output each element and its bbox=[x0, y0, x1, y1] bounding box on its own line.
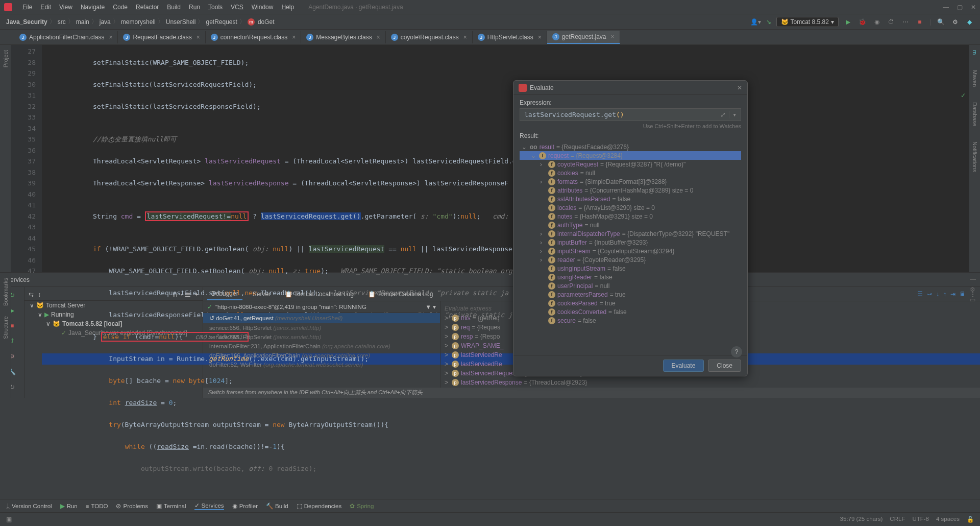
tab-server[interactable]: Server bbox=[249, 289, 275, 300]
build-tool[interactable]: 🔨 Build bbox=[266, 503, 288, 510]
notifications-tool[interactable]: Notifications bbox=[972, 141, 978, 172]
result-row[interactable]: ›f inputStream = {CoyoteInputStream@3294… bbox=[520, 247, 741, 255]
coverage-button[interactable]: ◉ bbox=[872, 17, 881, 27]
more-run-button[interactable]: ⋯ bbox=[901, 17, 910, 27]
thread-label[interactable]: "http-nio-8080-exec-8"@2,419 in group "m… bbox=[215, 304, 366, 310]
menu-window[interactable]: Window bbox=[248, 4, 278, 11]
close-icon[interactable]: ✕ bbox=[971, 4, 976, 11]
editor-tab[interactable]: Jcoyote\Request.class× bbox=[386, 31, 473, 43]
result-row[interactable]: f usingReader = false bbox=[520, 273, 741, 281]
menu-help[interactable]: Help bbox=[277, 4, 298, 11]
result-row[interactable]: ›f coyoteRequest = {Request@3287} "R( /d… bbox=[520, 160, 741, 169]
result-row[interactable]: f cookiesParsed = true bbox=[520, 299, 741, 307]
result-row[interactable]: ›f formats = {SimpleDateFormat[3]@3288} bbox=[520, 177, 741, 186]
close-tab-icon[interactable]: × bbox=[538, 34, 542, 41]
encoding[interactable]: UTF-8 bbox=[912, 516, 929, 523]
result-row[interactable]: f cookies = null bbox=[520, 169, 741, 177]
crumb[interactable]: getRequest bbox=[206, 18, 237, 26]
user-icon[interactable]: 👤▾ bbox=[750, 18, 761, 26]
frame-row[interactable]: doFilter:166, ApplicationFilterChain (or… bbox=[203, 351, 440, 360]
frame-row[interactable]: service:765, HttpServlet (javax.servlet.… bbox=[203, 332, 440, 342]
editor-tab[interactable]: JgetRequest.java× bbox=[547, 31, 620, 44]
menu-file[interactable]: File bbox=[18, 4, 36, 11]
history-icon[interactable]: ▾ bbox=[729, 111, 737, 118]
frame-row[interactable]: doFilter:52, WsFilter (org.apache.tomcat… bbox=[203, 360, 440, 369]
close-tab-icon[interactable]: × bbox=[377, 34, 380, 41]
close-tab-icon[interactable]: × bbox=[463, 34, 467, 41]
menu-tools[interactable]: Tools bbox=[204, 4, 227, 11]
maven-label[interactable]: Maven bbox=[972, 70, 978, 87]
result-row[interactable]: ›f internalDispatcherType = {DispatcherT… bbox=[520, 229, 741, 238]
menu-edit[interactable]: Edit bbox=[36, 4, 55, 11]
project-tool[interactable]: Project bbox=[3, 50, 9, 67]
result-row[interactable]: ›f inputBuffer = {InputBuffer@3293} bbox=[520, 238, 741, 247]
profile-button[interactable]: ⏱ bbox=[887, 17, 896, 27]
collapse-icon[interactable]: ↕ bbox=[38, 291, 41, 298]
close-icon[interactable]: ✕ bbox=[737, 84, 742, 91]
result-row[interactable]: ⌄f request = {Request@3284} bbox=[520, 151, 741, 160]
eval-titlebar[interactable]: Evaluate ✕ bbox=[513, 81, 747, 95]
services-tool[interactable]: ✓ Services bbox=[194, 502, 224, 510]
result-row[interactable]: f cookiesConverted = false bbox=[520, 307, 741, 316]
structure-tool[interactable]: Structure bbox=[3, 316, 9, 339]
layout-toggle-icon[interactable]: ▭ bbox=[970, 296, 979, 303]
hammer-icon[interactable]: ↘ bbox=[766, 18, 771, 26]
result-row[interactable]: f userPrincipal = null bbox=[520, 281, 741, 290]
frame-row[interactable]: internalDoFilter:231, ApplicationFilterC… bbox=[203, 342, 440, 351]
editor-tab[interactable]: JMessageBytes.class× bbox=[301, 31, 385, 43]
expand-icon[interactable]: ⇆ bbox=[29, 291, 34, 298]
menu-code[interactable]: Code bbox=[109, 4, 132, 11]
crumb[interactable]: src bbox=[58, 18, 66, 26]
result-row[interactable]: f usingInputStream = false bbox=[520, 264, 741, 273]
cursor-position[interactable]: 35:79 (25 chars) bbox=[840, 516, 883, 523]
close-tab-icon[interactable]: × bbox=[109, 34, 112, 41]
crumb[interactable]: main bbox=[76, 18, 89, 26]
frame-row[interactable]: ↺ doGet:41, getRequest (memoryshell.Unse… bbox=[203, 313, 440, 323]
inspection-indicator[interactable]: ✓ bbox=[961, 92, 966, 99]
expand-icon[interactable]: ⤢ bbox=[720, 111, 726, 118]
result-row[interactable]: ›f reader = {CoyoteReader@3295} bbox=[520, 255, 741, 264]
indent[interactable]: 4 spaces bbox=[936, 516, 960, 523]
eval-expr-icon[interactable]: 🖩 bbox=[960, 291, 966, 298]
crumb[interactable]: memoryshell bbox=[121, 18, 156, 26]
result-row[interactable]: ⌄oo result = {RequestFacade@3276} bbox=[520, 142, 741, 151]
problems-tool[interactable]: ⊘ Problems bbox=[116, 503, 148, 510]
close-tab-icon[interactable]: × bbox=[292, 34, 296, 41]
settings-icon[interactable]: ⚙ bbox=[950, 17, 960, 27]
footer-icon[interactable]: ▣ bbox=[6, 516, 12, 523]
menu-build[interactable]: Build bbox=[163, 4, 185, 11]
crumb[interactable]: UnserShell bbox=[166, 18, 196, 26]
profiler-tool[interactable]: ◉ Profiler bbox=[232, 503, 258, 510]
run-to-cursor-icon[interactable]: ⇥ bbox=[950, 291, 955, 298]
line-separator[interactable]: CRLF bbox=[890, 516, 905, 523]
layout-icon[interactable]: ☰ bbox=[917, 291, 923, 298]
search-icon[interactable]: 🔍 bbox=[936, 17, 945, 27]
menu-vcs[interactable]: VCS bbox=[227, 4, 248, 11]
step-over-icon[interactable]: ⤻ bbox=[927, 291, 932, 298]
frames-list[interactable]: ↺ doGet:41, getRequest (memoryshell.Unse… bbox=[203, 313, 440, 398]
editor-tab[interactable]: JApplicationFilterChain.class× bbox=[14, 31, 118, 43]
editor-tab[interactable]: JHttpServlet.class× bbox=[473, 31, 547, 43]
tab-localhost-log[interactable]: 📋 Tomcat Localhost Log bbox=[281, 289, 358, 300]
readonly-icon[interactable]: 🔓 bbox=[967, 516, 974, 523]
var-row[interactable]: >p lastServicedResponse = {ThreadLocal@2… bbox=[440, 378, 980, 387]
result-row[interactable]: f attributes = {ConcurrentHashMap@3289} … bbox=[520, 186, 741, 195]
crumb[interactable]: Java_Security bbox=[6, 18, 47, 26]
result-row[interactable]: f authType = null bbox=[520, 221, 741, 229]
vcs-tool[interactable]: ᛦ Version Control bbox=[6, 503, 52, 509]
maximize-icon[interactable]: ▢ bbox=[957, 4, 963, 11]
frame-row[interactable]: service:656, HttpServlet (javax.servlet.… bbox=[203, 323, 440, 332]
step-into-icon[interactable]: ↓ bbox=[936, 291, 939, 298]
help-icon[interactable]: ? bbox=[731, 346, 742, 357]
run-tool[interactable]: ▶ Run bbox=[60, 503, 78, 510]
ai-icon[interactable]: ◆ bbox=[965, 17, 974, 27]
run-config-selector[interactable]: 🐱 Tomcat 8.5.82 ▾ bbox=[776, 17, 839, 27]
tab-catalina-log[interactable]: 📋 Tomcat Catalina Log bbox=[364, 289, 437, 300]
editor-tab[interactable]: JRequestFacade.class× bbox=[118, 31, 205, 43]
close-button[interactable]: Close bbox=[708, 360, 741, 372]
debug-button[interactable]: 🐞 bbox=[858, 17, 867, 27]
step-out-icon[interactable]: ↑ bbox=[943, 291, 946, 298]
tab-debugger[interactable]: Debugger bbox=[207, 288, 242, 300]
settings-icon[interactable]: ⚙ bbox=[970, 286, 979, 293]
todo-tool[interactable]: ≡ TODO bbox=[86, 503, 108, 509]
